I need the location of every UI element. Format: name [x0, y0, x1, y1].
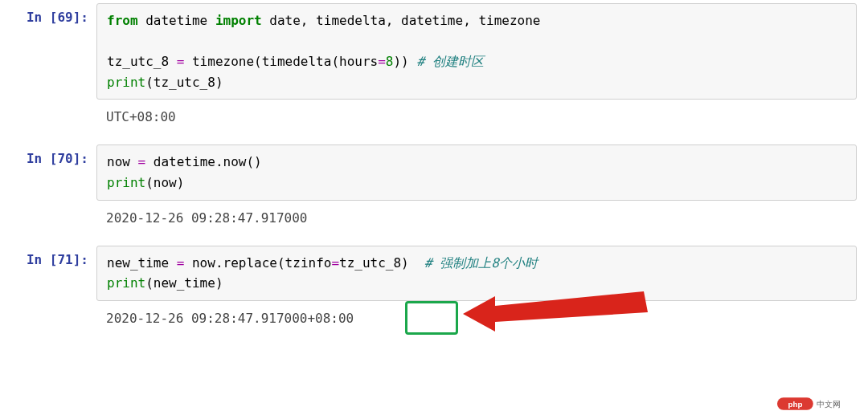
input-prompt: In [71]: — [0, 246, 96, 267]
keyword-from: from — [107, 13, 138, 28]
comment: # 创建时区 — [416, 54, 483, 69]
obj-now: now — [192, 255, 215, 271]
input-prompt: In [69]: — [0, 3, 96, 25]
output-cell-69: UTC+08:00 — [0, 103, 868, 130]
call-timedelta: timedelta — [262, 54, 332, 69]
r-paren: ) — [401, 255, 409, 271]
l-paren: ( — [145, 75, 154, 90]
kwarg-value: tz_utc_8 — [339, 255, 401, 271]
input-prompt: In [70]: — [0, 144, 96, 166]
obj-datetime: datetime — [154, 154, 215, 169]
r-paren: )) — [393, 54, 408, 69]
builtin-print: print — [107, 175, 145, 190]
code-input[interactable]: now = datetime.now() print(now) — [96, 144, 857, 200]
l-paren: ( — [254, 54, 262, 69]
l-paren: ( — [331, 54, 339, 69]
output-prompt-blank — [0, 304, 96, 311]
notebook-viewport: In [69]: from datetime import date, time… — [0, 3, 868, 411]
r-paren: ) — [215, 275, 223, 291]
var-arg: tz_utc_8 — [154, 75, 215, 90]
watermark-logo: php 中文网 — [777, 395, 862, 411]
kwarg-name: tzinfo — [285, 255, 332, 271]
watermark-brand: php — [788, 400, 802, 409]
var-arg: new_time — [154, 275, 215, 291]
r-paren: ) — [215, 75, 223, 90]
module-name: datetime — [145, 13, 207, 28]
imported-names: date, timedelta, datetime, timezone — [269, 13, 540, 28]
var-lhs: tz_utc_8 — [107, 54, 169, 69]
dot-operator: . — [215, 255, 223, 271]
stdout-output: UTC+08:00 — [96, 103, 857, 130]
var-lhs: new_time — [107, 255, 169, 271]
output-cell-71: 2020-12-26 09:28:47.917000+08:00 — [0, 304, 868, 389]
r-paren: ) — [177, 175, 185, 190]
keyword-import: import — [215, 13, 262, 28]
output-cell-70: 2020-12-26 09:28:47.917000 — [0, 204, 868, 231]
code-input[interactable]: from datetime import date, timedelta, da… — [96, 3, 857, 100]
equals-operator: = — [177, 255, 185, 271]
kwarg-equals: = — [378, 54, 386, 69]
output-prompt-blank — [0, 204, 96, 210]
output-prompt-blank — [0, 103, 96, 109]
stdout-output: 2020-12-26 09:28:47.917000 — [96, 204, 857, 231]
method-now: now — [223, 154, 247, 169]
dot-operator: . — [215, 154, 223, 169]
l-paren: ( — [145, 275, 154, 291]
kwarg-equals: = — [331, 255, 339, 271]
comment: # 强制加上8个小时 — [424, 255, 538, 271]
builtin-print: print — [107, 275, 145, 291]
highlight-box — [405, 301, 458, 335]
watermark-text: 中文网 — [817, 400, 841, 409]
equals-operator: = — [138, 154, 146, 169]
builtin-print: print — [107, 75, 145, 90]
call-timezone: timezone — [192, 54, 254, 69]
output-tz-offset: +08:00 — [307, 311, 354, 326]
var-lhs: now — [107, 154, 130, 169]
code-input[interactable]: new_time = now.replace(tzinfo=tz_utc_8) … — [96, 246, 857, 301]
input-cell-69: In [69]: from datetime import date, time… — [0, 3, 868, 100]
l-paren: ( — [277, 255, 285, 271]
stdout-output: 2020-12-26 09:28:47.917000+08:00 — [96, 304, 857, 389]
l-paren: ( — [145, 175, 154, 190]
output-prefix: 2020-12-26 09:28:47.917000 — [106, 311, 307, 326]
equals-operator: = — [177, 54, 185, 69]
method-replace: replace — [223, 255, 277, 271]
kwarg-name: hours — [339, 54, 378, 69]
input-cell-70: In [70]: now = datetime.now() print(now) — [0, 144, 868, 200]
paren: () — [246, 154, 261, 169]
var-arg: now — [154, 175, 177, 190]
input-cell-71: In [71]: new_time = now.replace(tzinfo=t… — [0, 246, 868, 301]
